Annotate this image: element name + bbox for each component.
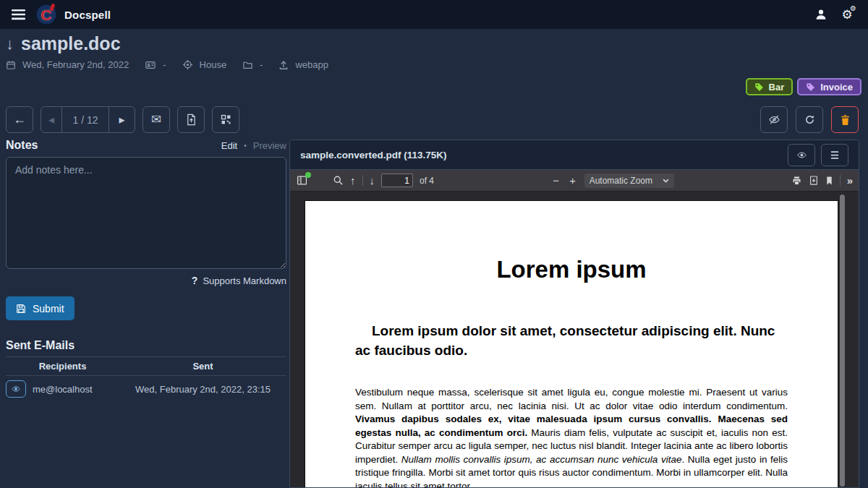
reprocess-button[interactable] <box>796 106 823 133</box>
qr-code-button[interactable] <box>212 106 239 133</box>
user-account-icon[interactable] <box>814 8 827 21</box>
save-floppy-icon <box>16 304 26 314</box>
attachment-panel: sample.converted.pdf (113.75K) ↑ ↓ of 4 … <box>289 140 859 488</box>
attachment-header: sample.converted.pdf (113.75K) <box>290 140 859 170</box>
item-source: webapp <box>295 59 328 70</box>
item-concerning: House <box>200 59 227 70</box>
unconfirm-button[interactable] <box>760 106 788 133</box>
item-meta-row: Wed, February 2nd, 2022 - House - webapp <box>6 59 328 70</box>
pdfjs-more-tools-button[interactable]: » <box>847 174 853 187</box>
pdf-doc-subtitle: Lorem ipsum dolor sit amet, consectetur … <box>355 321 788 360</box>
item-correspondent: - <box>163 59 166 70</box>
add-file-button[interactable] <box>177 106 205 133</box>
top-navbar: C Docspell ⚙⚙ <box>0 0 868 29</box>
tag-bar[interactable]: Bar <box>746 78 793 95</box>
pdfjs-zoom-in-button[interactable]: + <box>568 174 578 187</box>
notes-heading: Notes <box>6 139 38 152</box>
folder-icon <box>242 60 253 70</box>
sent-emails-table: Recipients Sent me@localhost Wed, Februa… <box>6 356 286 402</box>
app-logo[interactable]: C Docspell <box>35 4 111 25</box>
submit-notes-button[interactable]: Submit <box>6 296 75 320</box>
pdf-page: Lorem ipsum Lorem ipsum dolor sit amet, … <box>305 200 838 487</box>
eye-slash-icon <box>768 114 780 125</box>
pdfjs-page-up-button[interactable]: ↑ <box>350 174 356 187</box>
pdf-viewer-canvas-area: Lorem ipsum Lorem ipsum dolor sit amet, … <box>290 192 859 487</box>
file-upload-icon <box>186 114 197 126</box>
item-folder: - <box>260 59 263 70</box>
pdfjs-zoom-select[interactable]: Automatic Zoom <box>584 174 674 188</box>
notes-header: Notes Edit • Preview <box>6 139 286 152</box>
notes-input[interactable] <box>6 157 286 269</box>
sent-emails-heading: Sent E-Mails <box>6 339 286 352</box>
sidebar-badge-dot <box>305 172 311 178</box>
sent-email-row: me@localhost Wed, February 2nd, 2022, 23… <box>6 376 286 402</box>
attachment-pager: ◂ 1 / 12 ▸ <box>41 106 135 133</box>
question-icon: ? <box>192 275 198 286</box>
chevron-down-icon <box>663 179 669 183</box>
concerning-person-icon <box>182 59 193 70</box>
send-mail-button[interactable]: ✉ <box>142 106 170 133</box>
correspondent-card-icon <box>145 60 156 70</box>
mail-sent-date: Wed, February 2nd, 2022, 23:15 <box>119 384 286 395</box>
next-attachment-button[interactable]: ▸ <box>109 107 135 132</box>
item-tags: Bar Invoice <box>746 78 861 95</box>
pdfjs-sidebar-toggle[interactable] <box>296 175 308 186</box>
pdfjs-toolbar: ↑ ↓ of 4 − + Automatic Zoom » <box>290 170 859 192</box>
notes-panel: Notes Edit • Preview ? Supports Markdown… <box>6 139 286 402</box>
trash-icon <box>840 114 851 126</box>
notes-tab-edit[interactable]: Edit <box>221 140 237 151</box>
item-title: sample.doc <box>21 33 121 54</box>
attachment-file-label: sample.converted.pdf (113.75K) <box>300 150 447 160</box>
notes-tab-preview[interactable]: Preview <box>253 140 286 151</box>
view-mail-button[interactable] <box>6 380 26 398</box>
tag-invoice[interactable]: Invoice <box>797 78 861 95</box>
tag-icon <box>806 82 815 92</box>
envelope-icon: ✉ <box>151 112 161 127</box>
tag-icon <box>754 82 764 92</box>
pdf-doc-title: Lorem ipsum <box>305 256 838 283</box>
pdfjs-print-button[interactable] <box>791 176 802 186</box>
back-button[interactable]: ← <box>6 106 33 133</box>
item-toolbar-right <box>760 106 859 133</box>
attachment-page-indicator: 1 / 12 <box>62 107 109 132</box>
attachment-view-button[interactable] <box>788 144 815 166</box>
pdfjs-zoom-out-button[interactable]: − <box>551 174 561 187</box>
item-toolbar-left: ← ◂ 1 / 12 ▸ ✉ <box>6 106 239 133</box>
pdfjs-page-count: of 4 <box>420 176 434 186</box>
upload-source-icon <box>278 60 289 70</box>
attachment-menu-button[interactable] <box>821 144 848 166</box>
pdfjs-bookmark-button[interactable] <box>825 176 833 186</box>
redo-refresh-icon <box>804 114 815 125</box>
mail-recipient: me@localhost <box>33 384 93 395</box>
markdown-hint-link[interactable]: ? Supports Markdown <box>6 275 286 286</box>
pdf-scrollbar-thumb[interactable] <box>840 194 845 487</box>
download-item-icon[interactable]: ↓ <box>6 35 14 53</box>
item-header: ↓ sample.doc <box>6 33 121 54</box>
pdf-doc-paragraph: Vestibulum neque massa, scelerisque sit … <box>355 386 788 487</box>
pdfjs-download-button[interactable] <box>809 175 819 186</box>
calendar-icon <box>6 60 16 70</box>
docspell-logo-icon: C <box>35 4 57 25</box>
pdfjs-search-button[interactable] <box>333 175 344 186</box>
pdfjs-page-down-button[interactable]: ↓ <box>370 174 375 187</box>
sent-emails-header-row: Recipients Sent <box>6 357 286 376</box>
prev-attachment-button[interactable]: ◂ <box>41 107 62 132</box>
brand-name: Docspell <box>64 9 111 21</box>
col-recipients: Recipients <box>6 357 119 375</box>
delete-item-button[interactable] <box>831 106 859 133</box>
pdfjs-page-input[interactable] <box>381 174 413 187</box>
item-date: Wed, February 2nd, 2022 <box>22 59 129 70</box>
menu-hamburger-icon[interactable] <box>12 9 25 20</box>
col-sent: Sent <box>119 357 286 375</box>
settings-gears-icon[interactable]: ⚙⚙ <box>838 7 856 22</box>
qr-code-icon <box>221 114 231 125</box>
